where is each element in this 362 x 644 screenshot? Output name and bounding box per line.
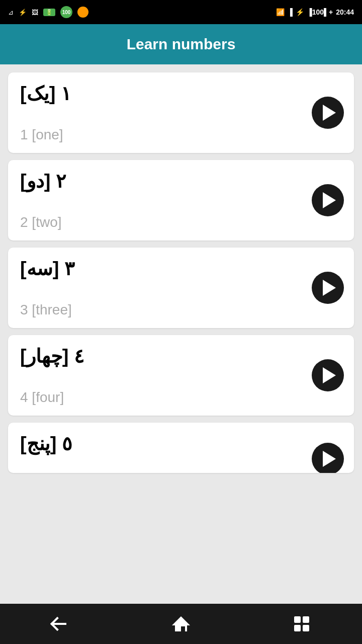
- status-right: 📶 ▐ ⚡ ▐100▌+ 20:44: [276, 8, 354, 16]
- sq4: [303, 625, 309, 631]
- number-card-5: ٥ [پنج]: [8, 423, 354, 473]
- sq3: [294, 625, 301, 631]
- usb-icon: ⚡: [19, 9, 27, 16]
- home-icon: [173, 616, 189, 631]
- play-triangle-icon-4: [323, 367, 336, 383]
- bottom-nav: [0, 604, 362, 644]
- back-arrow-icon: [52, 617, 68, 631]
- english-text-4: 4 [four]: [20, 384, 344, 406]
- image-icon: 🖼: [32, 9, 38, 16]
- charging-icon: ⚡: [296, 8, 304, 16]
- page-title: Learn numbers: [127, 36, 236, 53]
- play-triangle-icon-5: [323, 451, 336, 467]
- english-text-1: 1 [one]: [20, 122, 344, 143]
- signal-bars-icon: ▐: [288, 8, 293, 16]
- battery-green-icon: 🔋: [43, 9, 55, 16]
- recents-button[interactable]: [287, 609, 317, 639]
- orange-circle-icon: [77, 7, 88, 18]
- home-body-icon: [175, 623, 187, 631]
- clock: 20:44: [336, 8, 354, 16]
- play-triangle-icon-2: [323, 192, 336, 208]
- sq1: [294, 616, 301, 623]
- english-text-2: 2 [two]: [20, 209, 344, 230]
- arabic-text-5: ٥ [پنج]: [20, 433, 344, 455]
- status-left: ⊿ ⚡ 🖼 🔋 100: [8, 6, 88, 18]
- wifi-icon: 📶: [276, 8, 285, 16]
- arabic-text-2: ٢ [دو]: [20, 170, 344, 192]
- play-button-1[interactable]: [312, 97, 344, 129]
- play-triangle-icon-3: [323, 280, 336, 296]
- sq2: [303, 616, 309, 623]
- battery-full-icon: ▐100▌+: [307, 8, 333, 16]
- app-header: Learn numbers: [0, 24, 362, 64]
- coin-100-icon: 100: [60, 6, 72, 18]
- home-button[interactable]: [166, 609, 196, 639]
- number-card-1: ١ [یک] 1 [one]: [8, 72, 354, 153]
- status-bar: ⊿ ⚡ 🖼 🔋 100 📶 ▐ ⚡ ▐100▌+ 20:44: [0, 0, 362, 24]
- play-triangle-icon-1: [323, 105, 336, 121]
- signal-icon: ⊿: [8, 9, 14, 16]
- back-button[interactable]: [45, 609, 75, 639]
- number-card-3: ٣ [سه] 3 [three]: [8, 248, 354, 328]
- number-card-4: ٤ [چهار] 4 [four]: [8, 335, 354, 416]
- play-button-2[interactable]: [312, 184, 344, 216]
- number-card-2: ٢ [دو] 2 [two]: [8, 160, 354, 240]
- play-button-5[interactable]: [312, 443, 344, 473]
- play-button-4[interactable]: [312, 359, 344, 391]
- english-text-3: 3 [three]: [20, 297, 344, 318]
- arabic-text-3: ٣ [سه]: [20, 258, 344, 280]
- recents-icon: [294, 616, 309, 631]
- home-door-icon: [181, 626, 185, 631]
- arabic-text-4: ٤ [چهار]: [20, 345, 344, 367]
- play-button-3[interactable]: [312, 272, 344, 304]
- content-area: ١ [یک] 1 [one] ٢ [دو] 2 [two] ٣ [سه] 3 […: [0, 64, 362, 604]
- arabic-text-1: ١ [یک]: [20, 83, 344, 105]
